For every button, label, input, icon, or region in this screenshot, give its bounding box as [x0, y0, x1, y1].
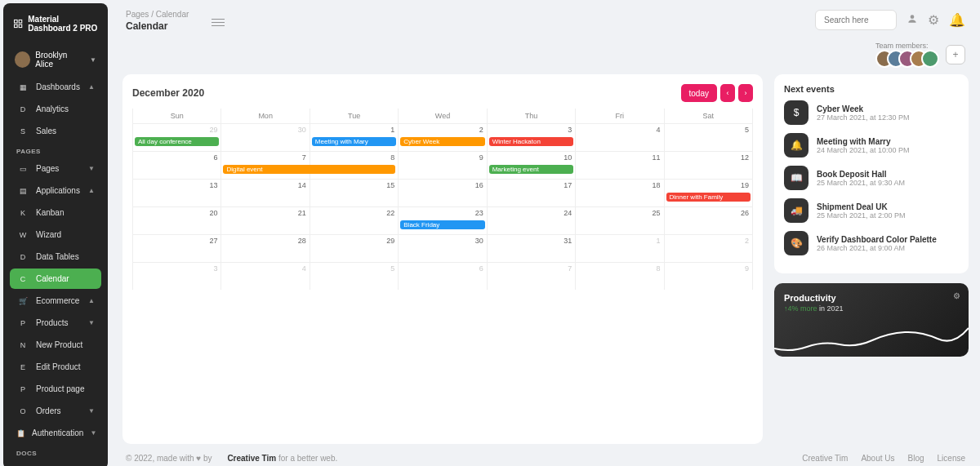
breadcrumb-root[interactable]: Pages [126, 10, 149, 19]
svg-rect-1 [19, 20, 22, 23]
calendar-cell[interactable]: 22 [310, 206, 399, 234]
calendar-cell[interactable]: 2 [665, 234, 753, 262]
sidebar-item-edit-product[interactable]: EEdit Product [10, 357, 101, 377]
sidebar-item-wizard[interactable]: WWizard [10, 224, 101, 245]
calendar-cell[interactable]: 6 [399, 262, 487, 290]
date-number: 2 [402, 126, 483, 134]
calendar-cell[interactable]: 3Winter Hackaton [488, 123, 576, 151]
notifications-icon[interactable]: 🔔 [949, 12, 965, 28]
calendar-event[interactable]: Digital event [223, 165, 395, 174]
today-button[interactable]: today [681, 84, 717, 102]
calendar-cell[interactable]: 30 [221, 123, 310, 151]
footer-link[interactable]: License [938, 454, 965, 463]
calendar-event[interactable]: Dinner with Family [666, 193, 751, 202]
calendar-cell[interactable]: 18 [576, 179, 664, 206]
calendar-cell[interactable]: 15 [310, 179, 399, 206]
team-avatar[interactable] [921, 50, 939, 68]
calendar-cell[interactable]: 4 [221, 262, 310, 290]
calendar-cell[interactable]: 14 [221, 179, 310, 206]
settings-icon[interactable]: ⚙ [928, 12, 939, 28]
sidebar-item-label: Products [36, 318, 82, 327]
event-row[interactable]: 📖Book Deposit Hall25 March 2021, at 9:30… [784, 166, 959, 190]
calendar-cell[interactable]: 20 [133, 206, 221, 234]
calendar-cell[interactable]: 7Digital event [221, 151, 310, 179]
date-number: 13 [136, 181, 217, 189]
calendar-cell[interactable]: 30 [399, 234, 487, 262]
event-row[interactable]: $Cyber Week27 March 2021, at 12:30 PM [784, 100, 959, 125]
calendar-cell[interactable]: 13 [133, 179, 221, 206]
sidebar-item-orders[interactable]: OOrders▼ [10, 401, 101, 421]
search-input[interactable] [815, 10, 897, 30]
calendar-cell[interactable]: 23Black Friday [399, 206, 487, 234]
sidebar-item-calendar[interactable]: CCalendar [10, 269, 101, 289]
sidebar-user[interactable]: Brooklyn Alice ▼ [10, 44, 101, 75]
event-row[interactable]: 🚚Shipment Deal UK25 March 2021, at 2:00 … [784, 198, 959, 223]
date-number: 5 [668, 126, 749, 134]
date-number: 6 [136, 153, 217, 162]
calendar-cell[interactable]: 27 [133, 234, 221, 262]
next-button[interactable]: › [738, 84, 753, 102]
calendar-event[interactable]: Black Friday [400, 220, 484, 229]
event-row[interactable]: 🎨Verify Dashboard Color Palette26 March … [784, 231, 959, 255]
sidebar-pages[interactable]: ▭ Pages ▼ [10, 158, 101, 179]
calendar-event[interactable]: Cyber Week [400, 137, 484, 146]
day-header: Fri [576, 109, 664, 123]
calendar-cell[interactable]: 6 [133, 151, 221, 179]
calendar-cell[interactable]: 26 [665, 206, 753, 234]
productivity-sub: ↑4% more in 2021 [784, 304, 959, 313]
calendar-event[interactable]: All day conference [135, 137, 219, 146]
calendar-cell[interactable]: 1Meeting with Mary [310, 123, 399, 151]
calendar-cell[interactable]: 1 [576, 234, 664, 262]
sidebar-item-sales[interactable]: SSales [10, 121, 101, 141]
sidebar-item-product-page[interactable]: PProduct page [10, 379, 101, 399]
brand-logo[interactable]: Material Dashboard 2 PRO [10, 10, 101, 38]
sidebar-item-analytics[interactable]: DAnalytics [10, 99, 101, 119]
calendar-cell[interactable]: 9 [399, 151, 487, 179]
calendar-cell[interactable]: 9 [665, 262, 753, 290]
calendar-cell[interactable]: 8 [576, 262, 664, 290]
footer: © 2022, made with ♥ by Creative Tim for … [122, 444, 969, 466]
sidebar-applications[interactable]: ▤ Applications ▲ [10, 180, 101, 201]
footer-link[interactable]: Creative Tim [802, 454, 848, 463]
calendar-event[interactable]: Marketing event [489, 165, 573, 174]
sidebar-item-new-product[interactable]: NNew Product [10, 335, 101, 355]
sidebar-ecommerce[interactable]: 🛒 Ecommerce ▲ [10, 291, 101, 311]
calendar-cell[interactable]: 25 [576, 206, 664, 234]
calendar-cell[interactable]: 11 [576, 151, 664, 179]
calendar-cell[interactable]: 29All day conference [133, 123, 221, 151]
calendar-cell[interactable]: 29 [310, 234, 399, 262]
sidebar-dashboards[interactable]: ▦ Dashboards ▲ [10, 77, 101, 97]
sidebar-item-kanban[interactable]: KKanban [10, 202, 101, 223]
calendar-cell[interactable]: 7 [488, 262, 576, 290]
calendar-event[interactable]: Winter Hackaton [489, 137, 573, 146]
calendar-cell[interactable]: 28 [221, 234, 310, 262]
calendar-cell[interactable]: 31 [488, 234, 576, 262]
date-number: 29 [136, 126, 217, 134]
prev-button[interactable]: ‹ [720, 84, 735, 102]
calendar-cell[interactable]: 12 [665, 151, 753, 179]
calendar-cell[interactable]: 5 [665, 123, 753, 151]
calendar-cell[interactable]: 4 [576, 123, 664, 151]
calendar-cell[interactable]: 10Marketing event [488, 151, 576, 179]
calendar-cell[interactable]: 2Cyber Week [399, 123, 487, 151]
calendar-event[interactable]: Meeting with Mary [312, 137, 396, 146]
calendar-cell[interactable]: 5 [310, 262, 399, 290]
add-member-button[interactable]: + [946, 45, 965, 64]
initial-icon: O [16, 407, 29, 415]
calendar-cell[interactable]: 24 [488, 206, 576, 234]
sidebar-item-data-tables[interactable]: DData Tables [10, 246, 101, 267]
calendar-cell[interactable]: 19Dinner with Family [665, 179, 753, 206]
footer-link[interactable]: About Us [861, 454, 894, 463]
calendar-cell[interactable]: 21 [221, 206, 310, 234]
sidebar-toggle[interactable] [212, 16, 225, 29]
calendar-cell[interactable]: 3 [133, 262, 221, 290]
footer-link[interactable]: Blog [908, 454, 924, 463]
account-icon[interactable] [906, 13, 918, 28]
footer-brand-link[interactable]: Creative Tim [227, 454, 276, 463]
calendar-cell[interactable]: 17 [488, 179, 576, 206]
sidebar-auth[interactable]: 📋 Authentication ▼ [10, 423, 101, 443]
event-row[interactable]: 🔔Meeting with Marry24 March 2021, at 10:… [784, 133, 959, 158]
calendar-cell[interactable]: 16 [399, 179, 487, 206]
sidebar-item-products[interactable]: PProducts▼ [10, 313, 101, 333]
productivity-settings-icon[interactable]: ⚙ [953, 291, 960, 300]
